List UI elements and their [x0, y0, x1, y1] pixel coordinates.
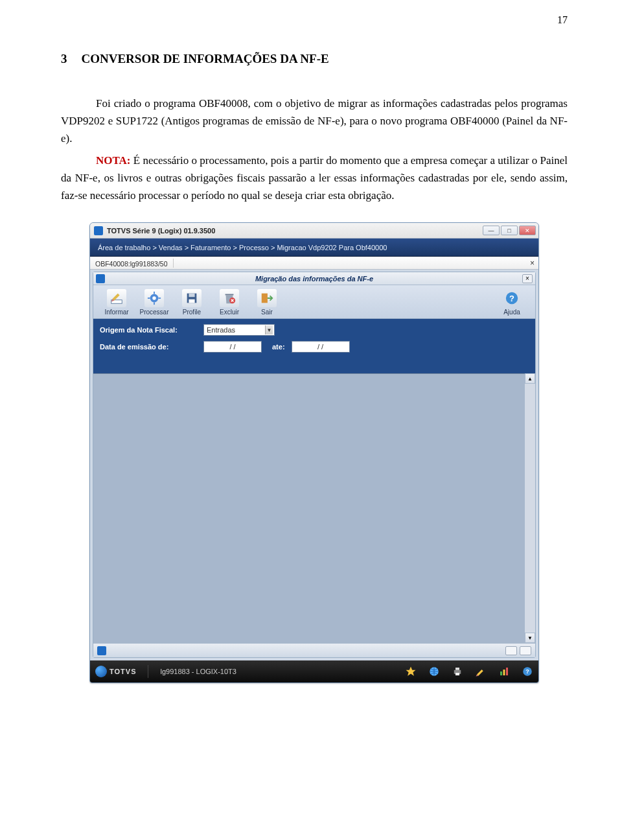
taskbar-brand: TOTVS	[109, 668, 136, 675]
heading-number: 3	[61, 52, 67, 66]
data-ate-value: / /	[317, 343, 323, 351]
taskbar-logo[interactable]: TOTVS	[95, 666, 136, 677]
statusbar-logo-icon	[97, 646, 106, 655]
svg-text:?: ?	[509, 294, 514, 303]
excluir-button[interactable]: Excluir	[211, 288, 248, 317]
app-window: TOTVS Série 9 (Logix) 01.9.3500 — □ ✕ Ár…	[89, 222, 539, 683]
star-icon[interactable]	[405, 666, 417, 677]
svg-rect-3	[154, 292, 155, 294]
svg-rect-20	[503, 670, 505, 675]
data-ate-input[interactable]: / /	[292, 341, 350, 353]
statusbar-icon-1[interactable]	[505, 646, 517, 655]
scroll-down-icon[interactable]: ▼	[525, 633, 535, 643]
page-number: 17	[557, 14, 568, 26]
ajuda-label: Ajuda	[503, 309, 520, 316]
paragraph-2: NOTA: É necessário o processamento, pois…	[61, 152, 568, 205]
document-content: 3CONVERSOR DE INFORMAÇÕES DA NF-E Foi cr…	[0, 0, 622, 683]
close-button[interactable]: ✕	[519, 226, 536, 235]
svg-rect-12	[262, 294, 268, 303]
chart-icon[interactable]	[498, 666, 510, 677]
tab-active[interactable]: OBF40008:lg991883/50	[90, 259, 174, 268]
section-heading: 3CONVERSOR DE INFORMAÇÕES DA NF-E	[61, 52, 568, 66]
minimize-button[interactable]: —	[483, 226, 500, 235]
maximize-button[interactable]: □	[501, 226, 518, 235]
inner-logo-icon	[96, 274, 105, 283]
toolbar: Informar Processar Profile	[93, 285, 535, 319]
statusbar-icon-2[interactable]	[520, 646, 531, 655]
excluir-label: Excluir	[220, 309, 239, 316]
trash-icon	[220, 289, 239, 307]
heading-title: CONVERSOR DE INFORMAÇÕES DA NF-E	[82, 52, 329, 65]
inner-window: Migração das informações da NF-e × Infor…	[93, 272, 536, 658]
help-taskbar-icon[interactable]: ?	[522, 666, 533, 677]
inner-close-button[interactable]: ×	[522, 274, 533, 283]
informar-label: Informar	[104, 309, 128, 316]
data-de-value: / /	[229, 343, 235, 351]
row-data: Data de emissão de: / / ate: / /	[100, 341, 529, 353]
svg-rect-18	[455, 673, 459, 675]
taskbar-session: lg991883 - LOGIX-10T3	[160, 668, 236, 675]
svg-rect-6	[158, 298, 161, 299]
breadcrumb-text: Área de trabalho > Vendas > Faturamento …	[98, 244, 387, 251]
svg-rect-9	[189, 299, 194, 303]
paragraph-2-body: É necessário o processamento, pois a par…	[61, 154, 568, 202]
svg-rect-4	[154, 303, 155, 305]
chevron-down-icon: ▼	[265, 325, 273, 334]
sair-button[interactable]: Sair	[249, 288, 285, 317]
window-title: TOTVS Série 9 (Logix) 01.9.3500	[107, 227, 215, 235]
taskbar: TOTVS lg991883 - LOGIX-10T3 ?	[90, 660, 538, 682]
window-titlebar: TOTVS Série 9 (Logix) 01.9.3500 — □ ✕	[90, 223, 538, 239]
ate-label: ate:	[272, 343, 285, 351]
svg-point-2	[152, 296, 156, 300]
svg-rect-19	[500, 671, 502, 675]
nota-label: NOTA:	[96, 154, 131, 167]
form-area: Origem da Nota Fiscal: Entradas ▼ Data d…	[93, 319, 535, 373]
scroll-track[interactable]	[525, 384, 535, 633]
pencil-taskbar-icon[interactable]	[475, 666, 487, 677]
inner-statusbar	[93, 643, 535, 657]
svg-rect-17	[455, 668, 459, 670]
inner-title-text: Migração das informações da NF-e	[255, 275, 373, 283]
empty-panel	[93, 373, 525, 643]
paragraph-1: Foi criado o programa OBF40008, com o ob…	[61, 95, 568, 148]
gear-icon	[144, 289, 164, 307]
svg-rect-21	[506, 668, 508, 675]
tab-strip: OBF40008:lg991883/50 ×	[90, 257, 538, 270]
tab-close-icon[interactable]: ×	[530, 259, 538, 268]
scroll-area: ▲ ▼	[93, 373, 535, 643]
profile-label: Profile	[183, 309, 201, 316]
help-icon: ?	[502, 289, 522, 307]
row-origem: Origem da Nota Fiscal: Entradas ▼	[100, 324, 529, 336]
breadcrumb-bar: Área de trabalho > Vendas > Faturamento …	[90, 239, 538, 257]
scroll-up-icon[interactable]: ▲	[525, 373, 535, 384]
floppy-icon	[182, 289, 202, 307]
inner-titlebar: Migração das informações da NF-e ×	[93, 272, 535, 285]
window-controls: — □ ✕	[483, 226, 538, 235]
globe-icon[interactable]	[428, 666, 440, 677]
origem-select[interactable]: Entradas ▼	[203, 324, 275, 336]
totvs-logo-icon	[95, 666, 107, 677]
profile-button[interactable]: Profile	[174, 288, 210, 317]
data-de-input[interactable]: / /	[203, 341, 262, 353]
processar-label: Processar	[139, 309, 168, 316]
data-emissao-label: Data de emissão de:	[100, 343, 197, 351]
vertical-scrollbar[interactable]: ▲ ▼	[525, 373, 535, 643]
informar-button[interactable]: Informar	[98, 288, 135, 317]
printer-icon[interactable]	[452, 666, 463, 677]
pencil-icon	[107, 289, 126, 307]
origem-value: Entradas	[207, 326, 235, 334]
exit-icon	[257, 289, 277, 307]
taskbar-icons: ?	[405, 666, 533, 677]
origem-label: Origem da Nota Fiscal:	[100, 326, 197, 334]
svg-rect-10	[225, 294, 234, 296]
svg-rect-5	[148, 298, 150, 299]
taskbar-separator	[148, 665, 148, 678]
app-screenshot: TOTVS Série 9 (Logix) 01.9.3500 — □ ✕ Ár…	[61, 222, 568, 683]
app-logo-icon	[94, 226, 103, 235]
svg-text:?: ?	[525, 668, 529, 675]
processar-button[interactable]: Processar	[136, 288, 172, 317]
sair-label: Sair	[261, 309, 273, 316]
ajuda-button[interactable]: ? Ajuda	[494, 288, 530, 317]
svg-rect-8	[189, 294, 194, 298]
